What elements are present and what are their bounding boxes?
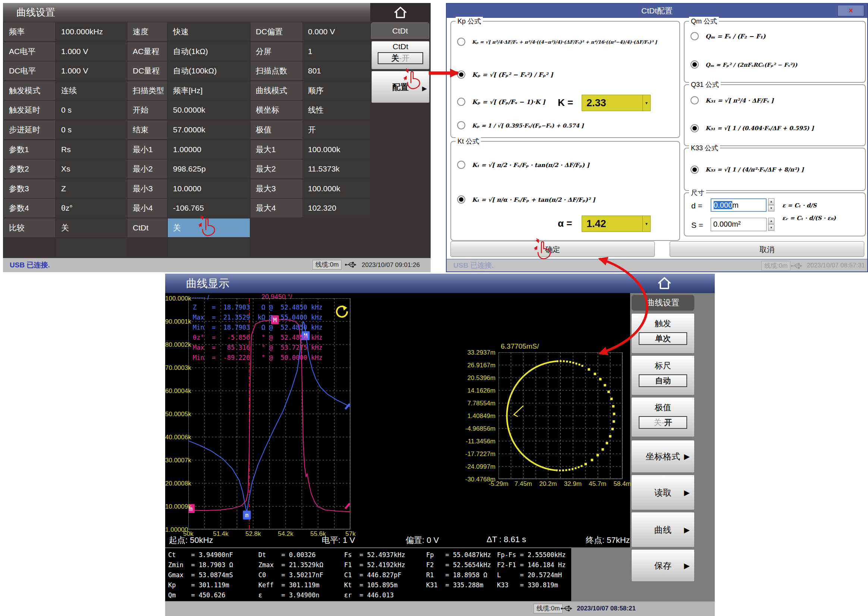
- settings-value[interactable]: 线性: [303, 101, 370, 119]
- d-stepper[interactable]: ▲▼: [768, 198, 774, 212]
- settings-value[interactable]: 自动(100kΩ): [168, 61, 250, 80]
- home-icon[interactable]: [392, 5, 409, 20]
- ctdt-tab: CtDt: [371, 22, 429, 39]
- dialog-status-bar: USB 已连接. 线缆:0m 2023/10/07 08:57:31: [447, 259, 867, 272]
- alpha-value-combo[interactable]: 1.42▼: [582, 215, 651, 232]
- settings-value[interactable]: 100.000kHz: [56, 22, 127, 41]
- settings-value[interactable]: 57.0000k: [168, 121, 250, 139]
- group-label: Kp 公式: [456, 17, 483, 26]
- footer-item: 终点: 57kHz: [586, 535, 630, 546]
- settings-value[interactable]: 频率[Hz]: [168, 81, 250, 100]
- settings-value[interactable]: 0 s: [56, 101, 127, 119]
- settings-value[interactable]: 顺序: [303, 81, 370, 100]
- readout-line: Max = 21.3529 kΩ @ 55.0400 kHz: [193, 314, 323, 321]
- result-εr: εr = 446.013: [344, 591, 394, 599]
- settings-value[interactable]: 自动(1kΩ): [168, 42, 250, 61]
- sidebar-button-3[interactable]: 极值关-开: [631, 397, 695, 437]
- settings-value[interactable]: 100.000k: [303, 140, 370, 159]
- y-tick: 100.000k: [165, 295, 186, 302]
- y-tick: 80.0002k: [165, 341, 186, 349]
- result-Fs: Fs = 52.4937kHz: [344, 551, 405, 559]
- sidebar-button-4[interactable]: 坐标格式▶: [631, 440, 695, 473]
- result-Ct: Ct = 3.94900nF: [168, 551, 233, 559]
- settings-value[interactable]: 102.320: [303, 199, 370, 217]
- settings-value[interactable]: 1.000 V: [56, 42, 127, 61]
- ctdt-toggle-button[interactable]: CtDt 关-开: [371, 41, 430, 69]
- settings-value[interactable]: 连续: [56, 81, 127, 100]
- result-Keff: Keff = 301.119m: [258, 581, 320, 589]
- settings-value[interactable]: [168, 238, 250, 257]
- settings-value[interactable]: 10.0000: [168, 179, 250, 198]
- settings-value[interactable]: 开: [303, 121, 370, 139]
- sidebar-button-6[interactable]: 曲线▶: [631, 512, 695, 547]
- s-input[interactable]: 0.000m²: [711, 218, 767, 231]
- k33-radio[interactable]: [691, 165, 699, 174]
- home-icon[interactable]: [656, 275, 673, 292]
- s-label: S =: [691, 221, 703, 230]
- sidebar-button-1[interactable]: 触发单次: [631, 313, 695, 354]
- y-tick: 90.0001k: [165, 318, 186, 325]
- settings-value[interactable]: [56, 238, 127, 257]
- impedance-phase-plot[interactable]: MMmm: [188, 298, 350, 530]
- settings-value[interactable]: 1: [303, 42, 370, 61]
- settings-label: 扫描点数: [251, 61, 302, 80]
- kp-option: Kₚ = 1 / √[ 0.395·Fₛ/(Fₚ−Fₛ) + 0.574 ]: [454, 114, 677, 137]
- x-tick: 45.7m: [585, 480, 610, 488]
- settings-value[interactable]: 0.000 V: [303, 22, 370, 41]
- settings-value[interactable]: 50.0000k: [168, 101, 250, 119]
- kp-radio[interactable]: [457, 121, 465, 129]
- d-input[interactable]: 0.000m: [711, 198, 767, 212]
- admittance-circle-plot[interactable]: [499, 352, 623, 479]
- settings-value[interactable]: 11.5373k: [303, 160, 370, 178]
- usb-status: USB 已连接.: [10, 258, 50, 272]
- qm-radio[interactable]: [691, 60, 699, 69]
- curve-display-panel: 曲线显示 ------ / 20.9450 °/ MMmm Z = 18.790…: [165, 274, 715, 616]
- result-Fp: Fp = 55.0487kHz: [426, 551, 491, 559]
- qm-formula: Qₘ = Fₛ / (F₂ − F₁): [705, 33, 766, 40]
- settings-value[interactable]: 关: [56, 218, 127, 237]
- q31-radio[interactable]: [691, 124, 699, 132]
- chevron-right-icon: ▶: [684, 525, 690, 534]
- result-Kt: Kt = 105.895m: [344, 581, 397, 589]
- kp-radio[interactable]: [457, 98, 465, 106]
- k-value-combo[interactable]: 2.33▼: [582, 95, 651, 111]
- settings-value[interactable]: 1.000 V: [56, 61, 127, 80]
- settings-value[interactable]: 关: [168, 218, 250, 237]
- settings-value[interactable]: 快速: [168, 22, 250, 41]
- settings-value[interactable]: Xs: [56, 160, 127, 178]
- settings-value[interactable]: 1.00000: [168, 140, 250, 159]
- kp-radio[interactable]: [457, 38, 465, 46]
- settings-value[interactable]: 998.625p: [168, 160, 250, 178]
- sidebar-tab-curve-settings[interactable]: 曲线设置: [631, 295, 695, 311]
- chevron-down-icon[interactable]: ▼: [642, 216, 650, 231]
- settings-value[interactable]: 100.000k: [303, 179, 370, 198]
- settings-value[interactable]: Rs: [56, 140, 127, 159]
- y-tick: 40.0006k: [165, 434, 186, 441]
- settings-value[interactable]: Z: [56, 179, 127, 198]
- close-button[interactable]: ×: [837, 5, 864, 16]
- settings-value[interactable]: -106.765: [168, 199, 250, 217]
- settings-value[interactable]: 801: [303, 61, 370, 80]
- q31-radio[interactable]: [691, 96, 699, 104]
- kt-option: Kₜ = √[ π/2 · Fₛ/Fₚ · tan(π/2 · ΔF/Fₚ) ]: [454, 147, 677, 183]
- sidebar-button-7[interactable]: 保存▶: [631, 549, 695, 582]
- kt-radio[interactable]: [457, 195, 465, 204]
- cancel-button[interactable]: 取消: [670, 241, 864, 257]
- status-bar: 线缆:0m 2023/10/07 08:58:21: [165, 602, 715, 616]
- settings-label: 极值: [251, 121, 302, 139]
- q31-formula-group: Q31 公式 K₃₁ = √[ π²/4 · ΔF/Fₛ ]K₃₁ = √[ 1…: [684, 84, 866, 146]
- ctdt-config-button[interactable]: 配置 ▶: [371, 71, 430, 103]
- settings-value[interactable]: θz°: [56, 199, 127, 217]
- ok-button[interactable]: 确定: [450, 241, 655, 257]
- refresh-icon[interactable]: [334, 304, 349, 320]
- qm-radio[interactable]: [691, 32, 699, 40]
- kt-radio[interactable]: [457, 161, 465, 169]
- footer-item: 偏置: 0 V: [406, 535, 439, 546]
- kp-radio[interactable]: [457, 71, 465, 79]
- settings-label: 分屏: [251, 42, 302, 61]
- sidebar-button-5[interactable]: 读取▶: [631, 475, 695, 510]
- settings-value[interactable]: 0 s: [56, 121, 127, 139]
- s-stepper[interactable]: ▲▼: [768, 218, 774, 231]
- sidebar-button-2[interactable]: 标尺自动: [631, 355, 695, 395]
- chevron-down-icon[interactable]: ▼: [642, 95, 650, 111]
